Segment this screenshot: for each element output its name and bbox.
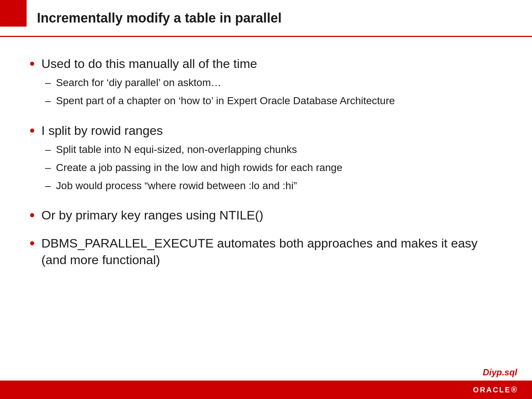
sub-item-text: Create a job passing in the low and high… <box>56 160 342 175</box>
bullet-content: Used to do this manually all of the time… <box>41 55 502 112</box>
list-item: • I split by rowid ranges – Split table … <box>30 122 502 197</box>
sub-list: – Split table into N equi-sized, non-ove… <box>45 142 502 193</box>
list-item: • DBMS_PARALLEL_EXECUTE automates both a… <box>30 235 502 267</box>
bullet-content: I split by rowid ranges – Split table in… <box>41 122 502 197</box>
bullet-dot-icon: • <box>30 205 35 225</box>
list-item: • Used to do this manually all of the ti… <box>30 55 502 112</box>
list-item: – Split table into N equi-sized, non-ove… <box>45 142 502 157</box>
oracle-text: ORACLE <box>473 386 511 394</box>
bullet-text: Used to do this manually all of the time <box>41 57 257 71</box>
list-item: – Spent part of a chapter on ‘how to’ in… <box>45 93 502 108</box>
sub-item-text: Split table into N equi-sized, non-overl… <box>56 142 297 157</box>
title-bar: Incrementally modify a table in parallel <box>0 0 532 37</box>
list-item: – Search for ‘diy parallel’ on asktom… <box>45 75 502 90</box>
main-bullet-list: • Used to do this manually all of the ti… <box>30 55 502 278</box>
sub-list: – Search for ‘diy parallel’ on asktom… –… <box>45 75 502 108</box>
sub-dash-icon: – <box>45 160 51 175</box>
list-item: – Job would process “where rowid between… <box>45 178 502 193</box>
bullet-text: Or by primary key ranges using NTILE() <box>41 208 263 222</box>
bullet-dot-icon: • <box>30 233 35 253</box>
diyp-text: Diyp.sql <box>483 367 517 377</box>
sub-dash-icon: – <box>45 75 51 90</box>
bullet-content: Or by primary key ranges using NTILE() <box>41 207 502 223</box>
sub-item-text: Spent part of a chapter on ‘how to’ in E… <box>56 93 395 108</box>
bullet-text: DBMS_PARALLEL_EXECUTE automates both app… <box>41 236 478 266</box>
diyp-label: Diyp.sql <box>483 367 517 378</box>
bullet-text: I split by rowid ranges <box>41 123 163 137</box>
footer-bar: ORACLE® <box>0 381 532 399</box>
slide-title: Incrementally modify a table in parallel <box>37 10 282 26</box>
sub-item-text: Search for ‘diy parallel’ on asktom… <box>56 75 221 90</box>
bullet-content: DBMS_PARALLEL_EXECUTE automates both app… <box>41 235 502 267</box>
bullet-dot-icon: • <box>30 121 35 140</box>
oracle-logo: ORACLE® <box>473 385 517 395</box>
list-item: – Create a job passing in the low and hi… <box>45 160 502 175</box>
bullet-dot-icon: • <box>30 54 35 73</box>
sub-dash-icon: – <box>45 142 51 157</box>
sub-dash-icon: – <box>45 178 51 193</box>
sub-dash-icon: – <box>45 93 51 108</box>
content-area: • Used to do this manually all of the ti… <box>30 41 502 369</box>
list-item: • Or by primary key ranges using NTILE() <box>30 207 502 225</box>
sub-item-text: Job would process “where rowid between :… <box>56 178 297 193</box>
